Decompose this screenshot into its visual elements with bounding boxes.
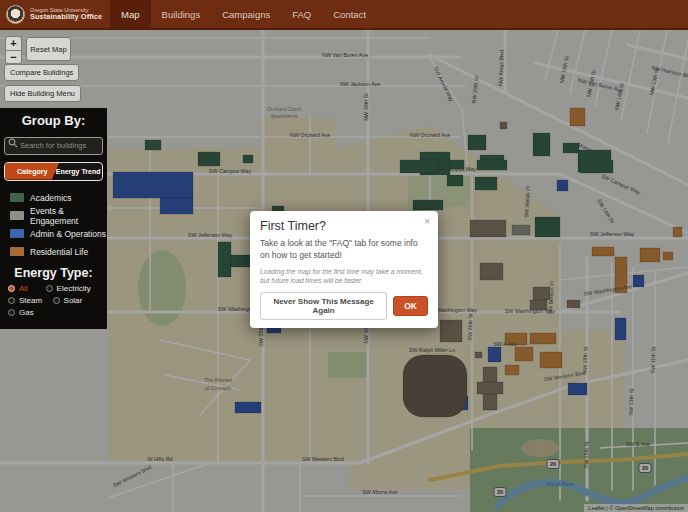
legend-item[interactable]: Academics <box>0 189 107 207</box>
legend-item[interactable]: Residential Life <box>0 243 107 261</box>
osu-seal-logo-icon <box>6 5 25 24</box>
zoom-out-button[interactable]: − <box>5 50 22 64</box>
energy-option-gas[interactable]: Gas <box>8 308 103 317</box>
radio-label: Electricity <box>57 284 91 293</box>
brand-text: Oregon State University Sustainability O… <box>30 7 102 22</box>
legend-item[interactable]: Events & Engagement <box>0 207 107 225</box>
modal-title: First Timer? <box>260 219 428 233</box>
radio-icon <box>8 285 15 292</box>
energy-type-options: AllElectricitySteamSolarGas <box>0 280 107 320</box>
legend-label: Residential Life <box>30 247 88 257</box>
top-navbar: Oregon State University Sustainability O… <box>0 0 688 30</box>
energy-option-electricity[interactable]: Electricity <box>46 284 105 293</box>
legend-label: Admin & Operations <box>30 229 106 239</box>
radio-label: All <box>19 284 28 293</box>
nav-item-map[interactable]: Map <box>110 0 150 28</box>
legend-item[interactable]: Admin & Operations <box>0 225 107 243</box>
nav-items: MapBuildingsCampaignsFAQContact <box>110 0 377 28</box>
legend-swatch <box>10 193 24 202</box>
legend-swatch <box>10 229 24 238</box>
modal-body-text: Take a look at the "FAQ" tab for some in… <box>260 238 428 262</box>
search-icon <box>8 138 18 148</box>
never-show-again-button[interactable]: Never Show This Message Again <box>260 292 387 320</box>
radio-icon <box>8 297 15 304</box>
radio-icon <box>46 285 53 292</box>
brand[interactable]: Oregon State University Sustainability O… <box>0 0 110 28</box>
energy-option-steam[interactable]: Steam <box>8 296 53 305</box>
radio-label: Steam <box>19 296 42 305</box>
nav-item-campaigns[interactable]: Campaigns <box>211 0 281 28</box>
radio-icon <box>8 309 15 316</box>
energy-option-all[interactable]: All <box>8 284 46 293</box>
group-by-title: Group By: <box>0 113 107 128</box>
nav-item-buildings[interactable]: Buildings <box>151 0 212 28</box>
close-icon[interactable]: × <box>424 216 430 227</box>
search-input[interactable] <box>4 137 103 155</box>
group-by-panel: Group By: Category Energy Trend Academic… <box>0 108 107 329</box>
compare-buildings-button[interactable]: Compare Buildings <box>4 64 79 81</box>
energy-type-title: Energy Type: <box>0 266 107 280</box>
tab-energy-trend[interactable]: Energy Trend <box>54 163 102 180</box>
legend-swatch <box>10 247 24 256</box>
category-legend: AcademicsEvents & EngagementAdmin & Oper… <box>0 189 107 261</box>
tab-category[interactable]: Category <box>5 163 59 180</box>
legend-label: Events & Engagement <box>30 206 107 226</box>
ok-button[interactable]: OK <box>393 296 428 316</box>
modal-footer: Never Show This Message Again OK <box>260 292 428 320</box>
first-timer-modal: First Timer? × Take a look at the "FAQ" … <box>250 211 438 328</box>
legend-label: Academics <box>30 193 72 203</box>
legend-swatch <box>10 211 24 220</box>
zoom-in-button[interactable]: + <box>5 36 22 50</box>
group-by-toggle: Category Energy Trend <box>4 162 103 181</box>
hide-building-menu-button[interactable]: Hide Building Menu <box>4 85 81 102</box>
radio-icon <box>53 297 60 304</box>
brand-line2: Sustainability Office <box>30 13 102 22</box>
radio-label: Solar <box>64 296 83 305</box>
building-search <box>4 134 103 155</box>
nav-item-faq[interactable]: FAQ <box>281 0 322 28</box>
reset-map-button[interactable]: Reset Map <box>26 37 71 61</box>
zoom-control: + − <box>5 36 22 64</box>
app-root: Oregon State University Sustainability O… <box>0 0 688 512</box>
radio-label: Gas <box>19 308 34 317</box>
modal-note-text: Loading the map for the first time may t… <box>260 267 428 286</box>
energy-option-solar[interactable]: Solar <box>53 296 105 305</box>
nav-item-contact[interactable]: Contact <box>322 0 377 28</box>
